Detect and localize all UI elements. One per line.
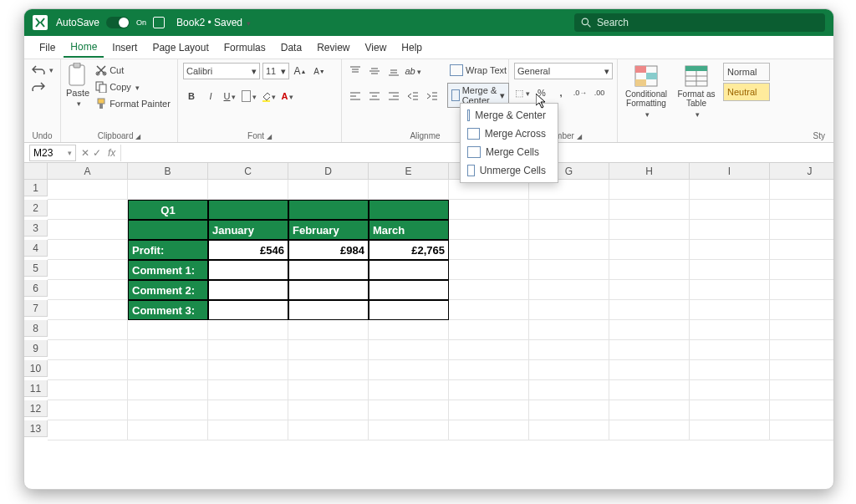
cell[interactable] [208, 420, 288, 440]
style-neutral[interactable]: Neutral [723, 83, 770, 101]
cell[interactable] [48, 340, 128, 360]
cell[interactable] [529, 340, 609, 360]
cell[interactable] [369, 320, 449, 340]
cell[interactable] [128, 340, 208, 360]
align-bottom-button[interactable] [385, 63, 402, 79]
cell[interactable] [208, 400, 288, 420]
cell[interactable] [449, 320, 529, 340]
cell[interactable] [690, 220, 770, 240]
cell[interactable] [449, 380, 529, 400]
cell[interactable] [609, 260, 690, 280]
cell[interactable] [690, 200, 770, 220]
cell[interactable] [449, 400, 529, 420]
decrease-indent-button[interactable] [405, 88, 421, 104]
cell-c4[interactable]: £546 [208, 240, 288, 260]
col-H[interactable]: H [609, 163, 690, 180]
cell[interactable] [288, 180, 369, 200]
cell[interactable] [770, 360, 833, 380]
cell[interactable] [208, 280, 288, 300]
border-button[interactable] [241, 88, 257, 104]
cell[interactable] [770, 400, 833, 420]
cell-b4[interactable]: Profit: [128, 240, 208, 260]
cell[interactable] [690, 260, 770, 280]
cell[interactable] [128, 180, 208, 200]
cell[interactable] [369, 420, 449, 440]
cell[interactable] [128, 320, 208, 340]
cell[interactable] [609, 180, 690, 200]
col-C[interactable]: C [208, 163, 288, 180]
cell[interactable] [529, 320, 609, 340]
cell[interactable] [609, 400, 690, 420]
cell[interactable] [609, 220, 690, 240]
cell[interactable] [48, 360, 128, 380]
cell[interactable] [609, 360, 690, 380]
cell[interactable] [208, 200, 288, 220]
cell[interactable] [449, 220, 529, 240]
cell[interactable] [770, 200, 833, 220]
cell[interactable] [369, 260, 449, 280]
cell[interactable] [609, 420, 690, 440]
cell[interactable] [770, 180, 833, 200]
cell[interactable] [48, 300, 128, 320]
row-11[interactable]: 11 [24, 380, 48, 397]
cell[interactable] [449, 420, 529, 440]
cell[interactable] [770, 340, 833, 360]
cell[interactable] [208, 340, 288, 360]
cell[interactable] [529, 200, 609, 220]
cell-b7[interactable]: Comment 3: [128, 300, 208, 320]
tab-view[interactable]: View [359, 38, 394, 57]
cell[interactable] [208, 320, 288, 340]
tab-data[interactable]: Data [274, 38, 308, 57]
cell[interactable] [690, 240, 770, 260]
autosave-toggle[interactable]: AutoSave On [56, 17, 146, 28]
currency-button[interactable]: ⬚ [514, 84, 531, 101]
cell[interactable] [48, 180, 128, 200]
merge-and-center-item[interactable]: Merge & Center [461, 106, 558, 125]
italic-button[interactable]: I [202, 88, 219, 104]
copy-button[interactable]: Copy [93, 79, 173, 94]
cell-b6[interactable]: Comment 2: [128, 280, 208, 300]
align-middle-button[interactable] [366, 63, 383, 79]
cell[interactable] [288, 320, 369, 340]
row-9[interactable]: 9 [24, 340, 48, 357]
cell[interactable] [449, 340, 529, 360]
cell-d4[interactable]: £984 [288, 240, 369, 260]
format-as-table-button[interactable]: Format as Table [673, 63, 720, 120]
cell[interactable] [449, 200, 529, 220]
cell[interactable] [690, 300, 770, 320]
cell[interactable] [529, 360, 609, 380]
align-right-button[interactable] [385, 88, 402, 104]
cell-c3[interactable]: January [208, 220, 288, 240]
name-box[interactable]: M23▾ [29, 145, 76, 161]
row-8[interactable]: 8 [24, 320, 48, 337]
cell[interactable] [529, 240, 609, 260]
fill-color-button[interactable] [260, 88, 277, 104]
cell[interactable] [288, 380, 369, 400]
col-E[interactable]: E [369, 163, 449, 180]
font-name-select[interactable]: Calibri▾ [183, 63, 260, 79]
cell[interactable] [128, 360, 208, 380]
cell[interactable] [690, 400, 770, 420]
paste-button[interactable]: Paste [66, 63, 89, 108]
cell[interactable] [609, 200, 690, 220]
cell[interactable] [770, 280, 833, 300]
cell[interactable] [690, 360, 770, 380]
merge-cells-item[interactable]: Merge Cells [461, 143, 558, 161]
increase-font-button[interactable]: A▲ [292, 63, 308, 79]
select-all-corner[interactable] [24, 163, 48, 180]
tab-insert[interactable]: Insert [105, 38, 144, 57]
decrease-decimal-button[interactable]: .00 [591, 84, 608, 101]
row-13[interactable]: 13 [24, 420, 48, 437]
merge-across-item[interactable]: Merge Across [461, 125, 558, 143]
row-5[interactable]: 5 [24, 260, 48, 277]
tab-review[interactable]: Review [310, 38, 356, 57]
cell[interactable] [288, 300, 369, 320]
cell[interactable] [48, 200, 128, 220]
col-A[interactable]: A [48, 163, 128, 180]
redo-button[interactable] [29, 79, 48, 93]
cell[interactable] [529, 300, 609, 320]
cell[interactable] [770, 320, 833, 340]
cut-button[interactable]: Cut [93, 63, 173, 78]
accept-formula-icon[interactable]: ✓ [93, 147, 101, 159]
font-size-select[interactable]: 11▾ [262, 63, 289, 79]
